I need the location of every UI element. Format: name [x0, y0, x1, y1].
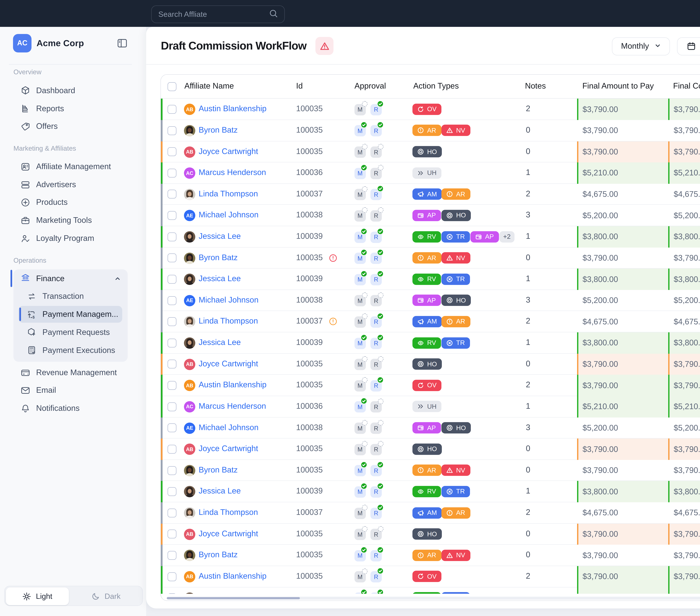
svg-text:$: $	[33, 315, 35, 319]
